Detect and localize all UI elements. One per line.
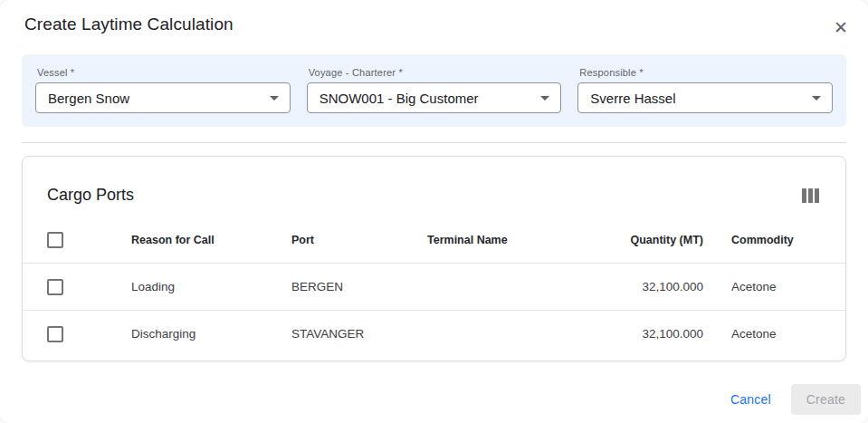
close-icon[interactable]: ✕ xyxy=(829,16,853,40)
table-header-row: Reason for Call Port Terminal Name Quant… xyxy=(23,216,845,263)
cancel-button[interactable]: Cancel xyxy=(723,383,778,416)
chevron-down-icon xyxy=(812,96,821,101)
vessel-field: Vessel * Bergen Snow xyxy=(35,67,291,127)
section-divider xyxy=(22,142,846,143)
cargo-ports-header: Cargo Ports xyxy=(23,157,845,216)
table-row: Loading BERGEN 32,100.000 Acetone xyxy=(23,263,845,310)
cell-quantity: 32,100.000 xyxy=(563,327,703,341)
dialog-header: Create Laytime Calculation ✕ xyxy=(0,0,868,54)
voyage-charterer-value: SNOW001 - Big Customer xyxy=(320,91,479,106)
row-checkbox-cell xyxy=(23,326,131,342)
cell-reason: Loading xyxy=(131,280,291,293)
responsible-value: Sverre Hassel xyxy=(590,91,675,106)
row-checkbox[interactable] xyxy=(47,279,63,295)
voyage-charterer-label: Voyage - Charterer * xyxy=(307,67,562,78)
voyage-charterer-field: Voyage - Charterer * SNOW001 - Big Custo… xyxy=(307,67,562,127)
chevron-down-icon xyxy=(540,96,549,101)
responsible-field: Responsible * Sverre Hassel xyxy=(577,67,833,127)
header-commodity: Commodity xyxy=(703,234,845,246)
header-reason-for-call: Reason for Call xyxy=(131,234,291,246)
row-checkbox[interactable] xyxy=(47,326,63,342)
cell-port: BERGEN xyxy=(291,280,427,293)
chevron-down-icon xyxy=(270,96,279,101)
cell-quantity: 32,100.000 xyxy=(563,280,703,293)
columns-icon-bar xyxy=(808,188,813,203)
cargo-ports-title: Cargo Ports xyxy=(47,186,134,205)
columns-icon-bar xyxy=(802,188,806,203)
select-all-checkbox[interactable] xyxy=(47,232,63,248)
cargo-ports-card: Cargo Ports Reason for Call Port Termina… xyxy=(22,156,846,361)
cargo-ports-table: Reason for Call Port Terminal Name Quant… xyxy=(23,216,845,357)
form-panel: Vessel * Bergen Snow Voyage - Charterer … xyxy=(22,54,846,127)
cell-port: STAVANGER xyxy=(291,327,427,341)
cell-commodity: Acetone xyxy=(703,280,845,293)
row-checkbox-cell xyxy=(23,279,131,295)
page-title: Create Laytime Calculation xyxy=(24,14,234,34)
select-all-cell xyxy=(23,232,131,248)
header-port: Port xyxy=(291,234,427,246)
columns-icon-bar xyxy=(815,188,819,203)
cell-reason: Discharging xyxy=(131,327,291,341)
voyage-charterer-select[interactable]: SNOW001 - Big Customer xyxy=(307,82,562,113)
dialog-footer: Cancel Create xyxy=(0,361,868,423)
columns-icon[interactable] xyxy=(800,187,821,205)
vessel-select[interactable]: Bergen Snow xyxy=(35,82,291,113)
table-row: Discharging STAVANGER 32,100.000 Acetone xyxy=(23,310,845,357)
vessel-label: Vessel * xyxy=(35,67,291,78)
create-button[interactable]: Create xyxy=(791,384,861,415)
create-laytime-dialog: Create Laytime Calculation ✕ Vessel * Be… xyxy=(0,0,868,423)
header-quantity-mt: Quantity (MT) xyxy=(563,234,703,246)
header-terminal-name: Terminal Name xyxy=(427,234,563,246)
responsible-select[interactable]: Sverre Hassel xyxy=(577,82,833,113)
responsible-label: Responsible * xyxy=(577,67,833,78)
cell-commodity: Acetone xyxy=(703,327,845,341)
vessel-value: Bergen Snow xyxy=(48,91,129,106)
